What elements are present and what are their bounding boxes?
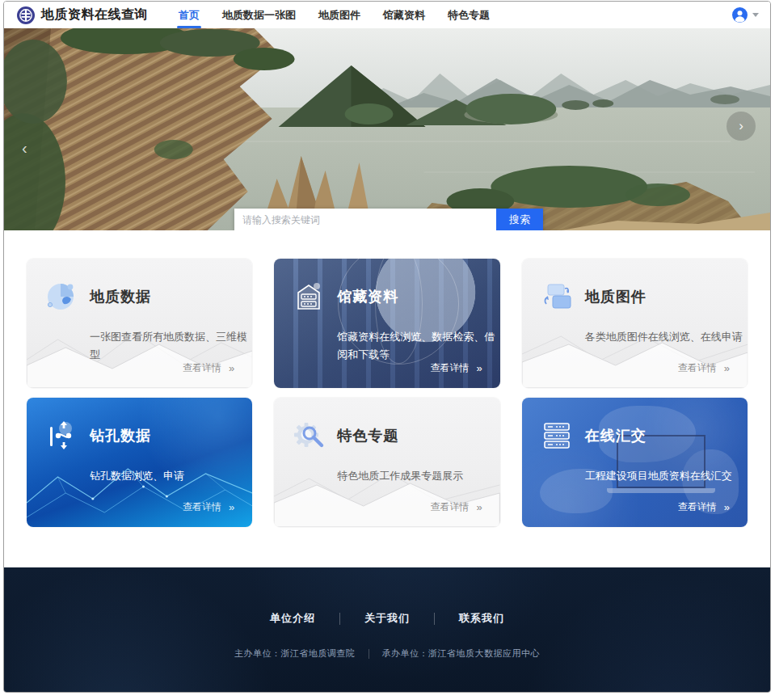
- card-more-link[interactable]: 查看详情»: [430, 500, 482, 514]
- coastal-landscape-image: [4, 28, 770, 230]
- card-desc: 钻孔数据浏览、申请: [90, 467, 247, 485]
- search-input[interactable]: [234, 209, 496, 230]
- double-chevron-icon: »: [724, 501, 730, 513]
- card-borehole-data[interactable]: 钻孔数据 钻孔数据浏览、申请 查看详情»: [27, 398, 252, 527]
- user-avatar-icon: [732, 7, 748, 23]
- undertaking-organization: 承办单位：浙江省地质大数据应用中心: [382, 647, 541, 660]
- carousel-prev-button[interactable]: ‹: [22, 140, 27, 156]
- card-special-topics[interactable]: 特色专题 特色地质工作成果专题展示 查看详情»: [274, 398, 499, 527]
- brand-home-link[interactable]: 地质资料在线查询: [17, 6, 148, 24]
- card-title: 钻孔数据: [90, 426, 151, 445]
- nav-item-geological-maps[interactable]: 地质图件: [307, 2, 372, 28]
- brand-logo-icon: [17, 6, 35, 24]
- terrain-decoration: [522, 315, 748, 388]
- card-title: 地质数据: [90, 287, 151, 306]
- card-online-submission[interactable]: 在线汇交 工程建设项目地质资料在线汇交 查看详情»: [522, 398, 748, 527]
- chevron-down-icon: [752, 13, 759, 17]
- double-chevron-icon: »: [229, 501, 234, 513]
- nav-item-special-topics[interactable]: 特色专题: [436, 2, 501, 28]
- divider: [369, 649, 369, 659]
- carousel-next-button[interactable]: ›: [727, 112, 756, 141]
- card-archive-materials[interactable]: 馆藏资料 馆藏资料在线浏览、数据检索、借阅和下载等 查看详情»: [274, 259, 499, 388]
- map-sheets-icon: [540, 280, 574, 314]
- nav-item-home[interactable]: 首页: [167, 2, 211, 28]
- double-chevron-icon: »: [229, 362, 234, 374]
- divider: [434, 613, 435, 625]
- card-more-link[interactable]: 查看详情»: [183, 361, 234, 375]
- card-geological-data[interactable]: 地质数据 一张图查看所有地质数据、三维模型 查看详情»: [27, 259, 252, 388]
- card-desc: 一张图查看所有地质数据、三维模型: [90, 328, 247, 365]
- card-more-link[interactable]: 查看详情»: [678, 500, 730, 514]
- footer-link-about-us[interactable]: 关于我们: [364, 611, 410, 626]
- nav-item-geodata-map[interactable]: 地质数据一张图: [211, 2, 307, 28]
- card-desc: 工程建设项目地质资料在线汇交: [585, 467, 748, 485]
- app-window: 地质资料在线查询 首页 地质数据一张图 地质图件 馆藏资料 特色专题: [3, 1, 771, 693]
- card-desc: 特色地质工作成果专题展示: [337, 467, 499, 485]
- card-desc: 馆藏资料在线浏览、数据检索、借阅和下载等: [337, 328, 495, 365]
- footer-organizations: 主办单位：浙江省地质调查院 承办单位：浙江省地质大数据应用中心: [4, 647, 770, 660]
- hero-carousel: ‹ › 搜索: [4, 28, 770, 230]
- divider: [339, 613, 340, 625]
- card-more-link[interactable]: 查看详情»: [183, 500, 234, 514]
- nav-item-archive[interactable]: 馆藏资料: [372, 2, 436, 28]
- card-more-link[interactable]: 查看详情»: [678, 361, 730, 375]
- borehole-icon: [44, 419, 78, 453]
- host-organization: 主办单位：浙江省地质调查院: [234, 647, 356, 660]
- page-footer: 单位介绍 关于我们 联系我们 主办单位：浙江省地质调查院 承办单位：浙江省地质大…: [4, 567, 770, 693]
- card-title: 地质图件: [585, 287, 647, 306]
- card-geological-maps[interactable]: 地质图件 各类地质图件在线浏览、在线申请 查看详情»: [522, 259, 748, 388]
- card-title: 在线汇交: [585, 426, 647, 445]
- search-button[interactable]: 搜索: [496, 209, 543, 230]
- top-nav: 地质资料在线查询 首页 地质数据一张图 地质图件 馆藏资料 特色专题: [4, 2, 770, 28]
- card-title: 特色专题: [337, 426, 398, 445]
- main-menu: 首页 地质数据一张图 地质图件 馆藏资料 特色专题: [167, 2, 501, 28]
- card-desc: 各类地质图件在线浏览、在线申请: [585, 328, 743, 346]
- footer-links: 单位介绍 关于我们 联系我们: [4, 567, 770, 626]
- double-chevron-icon: »: [724, 362, 730, 374]
- card-title: 馆藏资料: [337, 287, 398, 306]
- wireframe-mountains-decoration: [27, 454, 252, 527]
- user-menu[interactable]: [732, 7, 759, 23]
- search-bar: 搜索: [234, 209, 543, 230]
- card-more-link[interactable]: 查看详情»: [430, 361, 482, 375]
- double-chevron-icon: »: [476, 362, 482, 374]
- double-chevron-icon: »: [476, 501, 482, 513]
- globe-icon: [44, 280, 78, 314]
- feature-cards-section: 地质数据 一张图查看所有地质数据、三维模型 查看详情»: [4, 230, 770, 527]
- archive-icon: [292, 280, 326, 314]
- page-title: 地质资料在线查询: [41, 6, 148, 23]
- footer-link-unit-intro[interactable]: 单位介绍: [270, 611, 315, 626]
- server-stack-icon: [540, 419, 574, 453]
- gear-search-icon: [292, 419, 326, 453]
- terrain-decoration: [274, 454, 499, 527]
- footer-link-contact-us[interactable]: 联系我们: [459, 611, 504, 626]
